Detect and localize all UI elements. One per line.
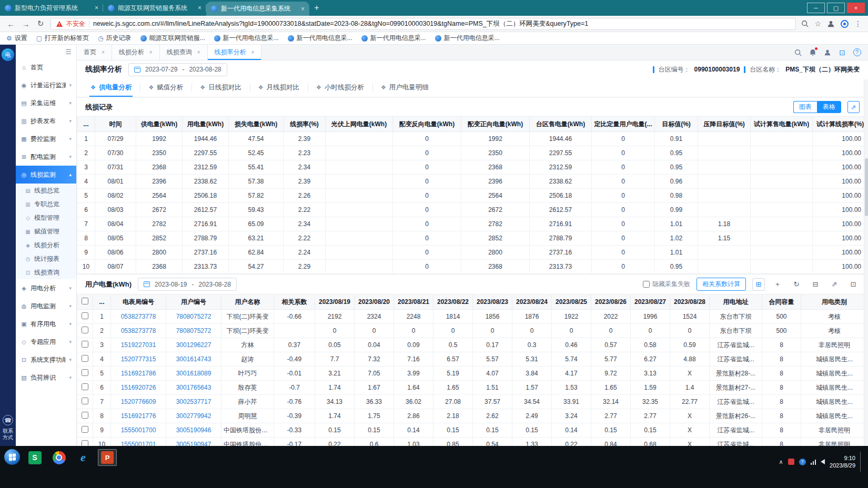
table-view-button[interactable]: 表格 [817,101,841,113]
analysis-tab-2[interactable]: ❖赋值分析 [140,78,191,97]
column-header[interactable]: 2023/08/27 [631,294,670,310]
taskbar-app-chrome[interactable] [49,449,68,466]
column-header[interactable]: 损失电量(kWh) [229,117,284,132]
column-header[interactable]: 线损率(%) [284,117,326,132]
tray-app-icon-red[interactable] [788,459,794,465]
column-header[interactable]: 2023/08/26 [591,294,631,310]
close-icon[interactable]: × [197,49,200,55]
close-icon[interactable]: × [95,4,98,12]
taskbar-app-ie[interactable]: e [74,449,93,466]
browser-extension-icon[interactable] [841,20,849,28]
sidebar-item-10[interactable]: ▣有序用电▾ [16,315,76,333]
forward-icon[interactable]: → [21,19,31,28]
column-header[interactable]: 2023/08/22 [433,294,473,310]
new-tab-button[interactable]: + [309,0,324,16]
cell-link[interactable]: 1516921776 [121,412,156,420]
cell-link[interactable]: 1516921786 [121,370,156,377]
url-box[interactable]: ! 不安全 neweic.js.sgcc.com.cn/#/llm/line/L… [51,18,796,30]
cell-link[interactable]: 1520776609 [121,398,156,405]
column-header[interactable]: 2023/08/20 [355,294,394,310]
row-checkbox[interactable] [82,383,88,390]
select-all-checkbox[interactable] [82,298,88,304]
row-checkbox[interactable] [82,426,88,433]
column-header[interactable]: ... [93,294,111,310]
checkbox-column-header[interactable] [77,294,93,310]
insecure-label[interactable]: 不安全 [66,19,85,28]
column-header[interactable]: 2023/08/19 [315,294,355,310]
export-icon[interactable]: ⇗ [847,101,860,113]
cell-link[interactable]: 0538273778 [121,313,156,320]
cell-link[interactable]: 1555001701 [121,441,156,446]
bookmark-newtab[interactable]: ▢打开新的标签页 [36,34,89,43]
sidebar-item-11[interactable]: ◇专题应用▾ [16,333,76,351]
hide-failed-checkbox[interactable] [643,281,650,288]
sidebar-item-7[interactable]: ◎线损监测▴ [16,166,76,184]
cell-link[interactable]: 3002779942 [176,412,211,420]
show-desktop-button[interactable] [860,452,864,472]
fullscreen-icon[interactable]: ⊡ [836,47,848,58]
browser-menu-icon[interactable]: ⋮ [854,19,862,28]
date-start[interactable]: 2023-07-29 [145,66,177,73]
date-end[interactable]: 2023-08-28 [199,281,231,288]
column-header[interactable]: 合同容量 [762,294,801,310]
bookmark-site-3[interactable]: 新一代用电信息采... [288,34,352,43]
column-header[interactable]: 用户名称 [221,294,274,310]
column-header[interactable]: 目标值(%) [655,117,698,132]
cell-link[interactable]: 0538273778 [121,327,156,334]
help-icon[interactable]: ? [851,47,863,58]
app-tab-4[interactable]: 线损率分析× [208,45,262,60]
sidebar-item-9[interactable]: ◍用电监测▾ [16,297,76,315]
sidebar-item-1[interactable]: ⌂首页 [16,58,76,76]
column-header[interactable]: 配变反向电量(kWh) [393,117,461,132]
sidebar-item-5[interactable]: ▦费控监测▾ [16,130,76,148]
close-icon[interactable]: × [251,49,255,55]
row-checkbox[interactable] [82,312,88,319]
sidebar-subitem-7[interactable]: ⊡线损查询 [16,266,76,279]
sidebar-subitem-6[interactable]: ◷统计报表 [16,252,76,266]
column-header[interactable]: 2023/08/25 [552,294,591,310]
taskbar-app-wps[interactable]: S [25,449,44,466]
date-start[interactable]: 2023-08-19 [155,281,187,288]
row-checkbox[interactable] [82,440,88,446]
network-icon[interactable] [811,459,816,465]
cell-link[interactable]: 3001614743 [176,355,211,363]
minimize-button[interactable]: ─ [807,3,825,13]
column-header[interactable]: 定比定量用户电量(... [592,117,655,132]
collapse-sidebar-icon[interactable]: ☰ [65,48,72,56]
sidebar-item-4[interactable]: ▥抄表发布▾ [16,112,76,130]
refresh-icon[interactable]: ↻ [790,278,803,291]
browser-tab-3-active[interactable]: 新一代用电信息采集系统 × [206,2,309,16]
close-icon[interactable]: × [301,5,305,13]
reload-icon[interactable]: ↻ [36,19,45,28]
taskbar-clock[interactable]: 9:10 2023/8/29 [830,454,855,469]
bookmark-history[interactable]: ◷历史记录 [98,34,131,43]
app-tab-2[interactable]: 线损分析× [112,45,160,60]
hidden-icons-chevron[interactable]: ∧ [779,459,783,465]
column-header[interactable]: 供电量(kWh) [136,117,183,132]
cell-link[interactable]: 3005190946 [176,426,211,434]
browser-tab-2[interactable]: 能源互联网营销服务系统 × [103,0,206,16]
cell-link[interactable]: 7808075272 [176,313,211,320]
close-icon[interactable]: × [198,4,201,12]
sidebar-item-12[interactable]: ⊡系统支撑功能▾ [16,351,76,369]
start-button[interactable] [4,449,20,465]
user-power-date-picker[interactable]: 2023-08-19 - 2023-08-28 [138,278,237,291]
sidebar-subitem-3[interactable]: ◇模型管理 [16,211,76,225]
maximize-button[interactable]: ▢ [827,3,845,13]
column-header[interactable]: 用电地址 [710,294,762,310]
cell-link[interactable]: 3001765643 [176,384,211,391]
row-checkbox[interactable] [82,355,88,362]
correlation-calc-button[interactable]: 相关系数计算 [697,278,746,291]
sidebar-item-2[interactable]: ◉计量运行监测▾ [16,76,76,94]
notification-bell-icon[interactable] [807,47,819,58]
analysis-tab-3[interactable]: ❖日线损对比 [191,78,249,97]
row-checkbox[interactable] [82,398,88,404]
column-header[interactable]: 用电类别 [801,294,868,310]
column-header[interactable]: 压降目标值(%) [698,117,751,132]
column-header[interactable]: 电表局编号 [111,294,166,310]
user-avatar-icon[interactable] [822,47,833,58]
cell-link[interactable]: 1555001700 [121,426,156,434]
scrollbar-thumb[interactable] [865,158,868,216]
row-checkbox[interactable] [82,412,88,419]
bookmark-star-icon[interactable]: ☆ [814,19,821,28]
